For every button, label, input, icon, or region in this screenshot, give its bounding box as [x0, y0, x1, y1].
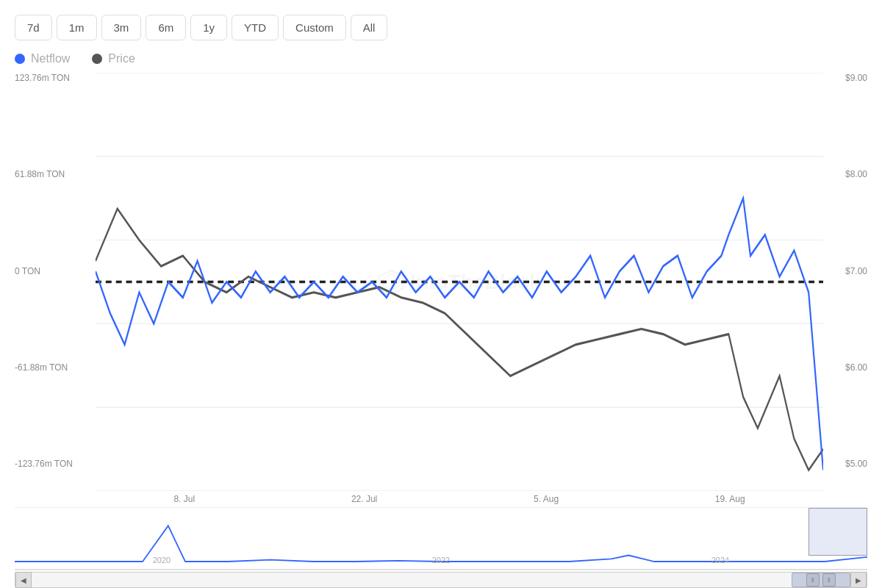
price-dot [92, 54, 102, 64]
scroll-right-button[interactable]: ▶ [850, 572, 867, 588]
y-left-label-3: -61.88m TON [15, 362, 96, 373]
scrollbar[interactable]: ◀ ⦀ ⦀ ▶ [15, 572, 867, 588]
mini-year-labels: 202020222024 [15, 556, 867, 564]
time-btn-ytd[interactable]: YTD [232, 15, 279, 40]
legend-netflow-label: Netflow [31, 52, 70, 65]
y-right-label-3: $6.00 [823, 362, 867, 373]
y-right-label-2: $7.00 [823, 266, 867, 276]
y-right-label-4: $5.00 [823, 459, 867, 469]
main-chart-container: 123.76m TON61.88m TON0 TON-61.88m TON-12… [15, 73, 867, 491]
legend-price: Price [92, 52, 135, 65]
mini-selection[interactable] [808, 508, 867, 556]
mini-year-2020: 2020 [153, 556, 171, 564]
y-axis-right: $9.00$8.00$7.00$6.00$5.00 [823, 73, 867, 491]
scroll-left-button[interactable]: ◀ [15, 572, 32, 588]
time-btn-1m[interactable]: 1m [57, 15, 97, 40]
main-chart-svg [96, 73, 823, 491]
mini-year-2024: 2024 [711, 556, 729, 564]
y-left-label-1: 61.88m TON [15, 169, 96, 179]
x-label-2: 5. Aug [534, 494, 559, 504]
legend-price-label: Price [108, 52, 135, 65]
y-right-label-1: $8.00 [823, 169, 867, 179]
mini-chart-area: 202020222024 [15, 508, 867, 570]
main-chart-area: IntoTheBlock [96, 73, 823, 491]
scroll-handle-left[interactable]: ⦀ [806, 573, 820, 587]
time-btn-6m[interactable]: 6m [146, 15, 186, 40]
time-btn-7d[interactable]: 7d [15, 15, 52, 40]
app-container: 7d1m3m6m1yYTDCustomAll Netflow Price 123… [0, 0, 882, 588]
y-left-label-4: -123.76m TON [15, 459, 96, 469]
scroll-track: ⦀ ⦀ [32, 573, 850, 587]
time-btn-custom[interactable]: Custom [283, 15, 346, 40]
x-label-3: 19. Aug [715, 494, 745, 504]
y-left-label-0: 123.76m TON [15, 73, 96, 83]
time-btn-all[interactable]: All [351, 15, 388, 40]
scroll-thumb[interactable]: ⦀ ⦀ [792, 573, 850, 587]
legend-netflow: Netflow [15, 52, 70, 65]
time-btn-1y[interactable]: 1y [190, 15, 227, 40]
time-btn-3m[interactable]: 3m [101, 15, 142, 40]
scroll-handle-right[interactable]: ⦀ [822, 573, 836, 587]
mini-year-2022: 2022 [432, 556, 450, 564]
chart-legend: Netflow Price [15, 52, 867, 65]
chart-wrapper: 123.76m TON61.88m TON0 TON-61.88m TON-12… [15, 73, 867, 581]
y-right-label-0: $9.00 [823, 73, 867, 83]
mini-chart-section: 202020222024 ◀ ⦀ ⦀ ▶ [15, 507, 867, 581]
time-range-buttons: 7d1m3m6m1yYTDCustomAll [15, 15, 867, 40]
x-label-0: 8. Jul [173, 494, 195, 504]
netflow-dot [15, 54, 25, 64]
y-left-label-2: 0 TON [15, 266, 96, 276]
mini-chart-container: 202020222024 [15, 508, 867, 570]
y-axis-left: 123.76m TON61.88m TON0 TON-61.88m TON-12… [15, 73, 96, 491]
x-axis-labels: 8. Jul22. Jul5. Aug19. Aug [15, 494, 867, 504]
x-label-1: 22. Jul [351, 494, 377, 504]
